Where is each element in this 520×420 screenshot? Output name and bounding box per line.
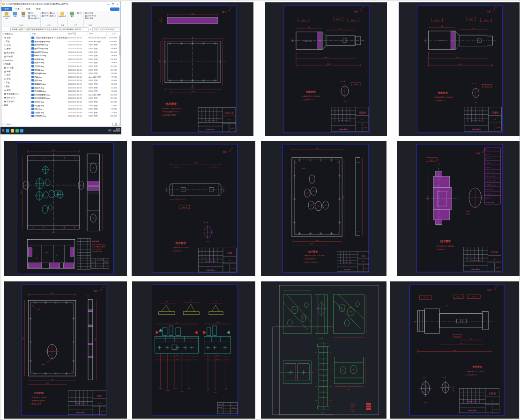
explorer-taskbar-icon[interactable] xyxy=(11,129,14,133)
forward-button[interactable]: → xyxy=(5,28,7,30)
cad-sheet-box-cover[interactable]: 345 6-Φ11 525 300 180 技术要求 1.铸件不得有砂眼、气孔等… xyxy=(261,141,386,276)
select-all-button[interactable]: 全部选择 xyxy=(85,12,96,14)
file-row[interactable]: 放油螺塞.dwg 2023/2/10 13:57 DWG 图形 56 KB xyxy=(31,89,120,93)
system-tray[interactable]: 英 10:352023/2/10 xyxy=(108,129,120,133)
nav-item[interactable]: > 网络 xyxy=(2,103,30,107)
close-button[interactable]: ✕ xyxy=(116,3,119,6)
properties-button[interactable]: 属性 xyxy=(68,12,76,18)
start-button[interactable]: ⊞ xyxy=(2,129,5,133)
file-row[interactable]: 夹具体.dwg 2023/2/10 13:58 DWG 图形 214 KB xyxy=(31,100,120,104)
qq-icon[interactable] xyxy=(20,129,23,133)
nav-item[interactable]: ♪ 音乐 xyxy=(2,85,30,88)
cad-sheet-high-speed-shaft[interactable]: 其余 Ra1.6 Ra3.2 Ra6.3 键14×70 90 118 Φ60 2… xyxy=(399,2,520,136)
list-view-icon[interactable] xyxy=(112,123,116,126)
nav-item[interactable]: ★ 桌面 xyxy=(2,36,30,40)
nav-item[interactable]: ∨ OneDrive xyxy=(2,59,30,62)
nav-item[interactable]: ↓ 下载 xyxy=(2,81,30,85)
file-row[interactable]: 箱盖零件图.dwg 2023/2/10 13:54 DWG 图形 305 KB xyxy=(31,50,120,54)
nav-item[interactable]: ▨ 图片 xyxy=(2,47,30,51)
file-row[interactable]: 低速轴.dwg 2023/2/10 13:54 DWG 图形 142 KB xyxy=(31,58,120,61)
file-row[interactable]: 工序简图.dwg 2023/2/10 14:00 DWG 图形 183 KB xyxy=(31,114,120,118)
cad-sheet-housing[interactable]: 430 360 416 技术要求 1.铸件不得有砂眼、裂纹； 2.合箱后检查剖分… xyxy=(4,141,127,276)
nav-item[interactable]: ★ 桌面 xyxy=(2,88,30,92)
minimize-button[interactable]: — xyxy=(106,3,110,6)
file-row[interactable]: 大齿轮.dwg 2023/2/10 13:55 DWG 图形 187 KB xyxy=(31,65,120,68)
scrollbar[interactable] xyxy=(119,36,120,122)
copy-to-button[interactable]: 复制到 xyxy=(42,15,49,17)
file-row[interactable]: 减速器装配图.dwg 2023/2/10 13:53 AutoCAD 图形 1,… xyxy=(31,40,120,44)
nav-item[interactable]: ∨ 此电脑 xyxy=(2,62,30,66)
refresh-icon[interactable]: ⟳ xyxy=(89,28,91,30)
nav-item[interactable]: ▨ 图片 xyxy=(2,74,30,77)
wechat-icon[interactable] xyxy=(15,129,19,133)
file-row[interactable]: 铣夹具装配图.dwg 2023/2/10 13:58 DWG 图形 587 KB xyxy=(31,96,120,100)
nav-item[interactable]: ▦ 视频 xyxy=(2,70,30,74)
file-row[interactable]: 窥视孔盖.dwg 2023/2/10 13:54 DWG 图形 96 KB xyxy=(31,54,120,58)
file-row[interactable]: 透盖.dwg 2023/2/10 13:56 AutoCAD 图形 79 KB xyxy=(31,75,120,79)
thumb-view-icon[interactable] xyxy=(116,123,119,126)
select-none-button[interactable]: 全部取消选择 xyxy=(85,15,96,17)
tab-file[interactable]: 文件 xyxy=(1,7,12,11)
title-bar[interactable]: 1-分离式减速器箱体加工工艺及夹具设计【含15张CAD图纸+说明书】 — ☐ ✕ xyxy=(1,1,120,7)
file-row[interactable]: 定位销.dwg 2023/2/10 13:59 DWG 图形 72 KB xyxy=(31,103,120,107)
file-row[interactable]: 1-分离式减速器箱体加工工艺及夹具设计说明书 2023/2/10 13:52 M… xyxy=(31,36,120,40)
copy-path-button[interactable]: 复制路径 xyxy=(28,15,39,17)
delete-button[interactable]: 删除 xyxy=(50,12,57,14)
search-input[interactable]: 搜索"1-分离式减速器箱体…" xyxy=(92,27,119,31)
paste-button[interactable]: 粘贴 xyxy=(20,12,27,18)
nav-item[interactable]: ▦ 3D 对象 xyxy=(2,66,30,70)
cut-button[interactable]: 剪切 xyxy=(28,12,39,14)
invert-selection-button[interactable]: 反向选择 xyxy=(85,17,96,19)
cad-sheet-fixture-assembly[interactable]: A—A 156 4 螺栓M10 3 定位键 2 对刀块 1 夹具体 A向 xyxy=(261,281,386,419)
nav-item[interactable]: ▣ 文档 (E:) xyxy=(2,100,30,103)
file-row[interactable]: 高速轴.dwg 2023/2/10 13:55 DWG 图形 138 KB xyxy=(31,61,120,65)
scrollbar-thumb[interactable] xyxy=(119,36,120,55)
column-type[interactable]: 类型 xyxy=(88,32,107,36)
pin-quick-access-button[interactable]: 固定到快速访问 xyxy=(3,12,10,19)
cad-sheet-fixture[interactable]: 40 35 30 210 180 210 120 100 120 支承板 定位销… xyxy=(132,281,255,419)
cad-sheet-low-speed-shaft[interactable]: 其余 Ra1.6 Ra3.2 Ra6.3 键12×56 82 110 Φ55 1… xyxy=(265,2,387,136)
back-button[interactable]: ← xyxy=(2,28,4,30)
clock[interactable]: 10:352023/2/10 xyxy=(113,129,120,133)
cad-sheet-gear-shaft[interactable]: 其余 Ra1.6 Ra3.2 Ra6.3 M24 45 键6×22 65 120… xyxy=(390,281,519,419)
file-row[interactable]: 箱体零件图.dwg 2023/2/10 13:53 DWG 图形 486 KB xyxy=(31,43,120,47)
column-name[interactable]: 名称 xyxy=(31,32,67,36)
file-row[interactable]: 支承板.dwg 2023/2/10 13:59 DWG 图形 75 KB xyxy=(31,111,120,114)
column-size[interactable]: 大小 xyxy=(107,32,117,36)
nav-item[interactable]: ▤ 文档 xyxy=(2,44,30,47)
paste-shortcut-button[interactable]: 粘贴快捷方式 xyxy=(28,17,39,19)
maximize-button[interactable]: ☐ xyxy=(111,3,115,6)
copy-button[interactable]: 复制 xyxy=(11,12,19,18)
file-row[interactable]: 套筒.dwg 2023/2/10 13:56 DWG 图形 64 KB xyxy=(31,79,120,82)
tab-view[interactable]: 查看 xyxy=(33,7,44,11)
cad-sheet-side-plate[interactable]: 其余 330 4-Φ9 Φ40 560 300 150 Ra6.3 560 技术… xyxy=(4,281,127,419)
blue-badge[interactable] xyxy=(110,7,119,11)
nav-item[interactable]: ▣ 本地磁盘 (C:) xyxy=(2,92,30,96)
cad-sheet-cover-plate[interactable]: 其余 360 12 240 320 200 技术要求 1.锐边倒钝，去除毛刺飞边… xyxy=(132,2,253,136)
cad-sheet-pin-shaft[interactable]: 其余 175 20 26 45 键8×40 Φ30k6 Φ30k6 A—A Φ3… xyxy=(132,141,255,276)
nav-item[interactable]: ▤ 文档 xyxy=(2,77,30,81)
nav-item[interactable]: ▦ 夹具图纸 xyxy=(2,51,30,55)
nav-item[interactable]: ↓ 下载 xyxy=(2,40,30,44)
tab-home[interactable]: 主页 xyxy=(12,7,23,11)
nav-item[interactable]: ▣ 软件 (D:) xyxy=(2,96,30,100)
rename-button[interactable]: 重命名 xyxy=(50,15,57,17)
breadcrumb[interactable]: 此电脑 › 桌面 › 1-分离式减速器箱体加工工艺及夹具设计【含15张CAD图纸… xyxy=(10,27,89,31)
new-folder-button[interactable]: 新建文件夹 xyxy=(59,12,66,18)
up-button[interactable]: ↑ xyxy=(8,28,9,30)
file-row[interactable]: 轴承端盖.dwg 2023/2/10 13:56 DWG 图形 88 KB xyxy=(31,72,120,75)
file-row[interactable]: 压板.dwg 2023/2/10 13:59 DWG 图形 69 KB xyxy=(31,107,120,111)
file-row[interactable]: 钻夹具装配图.dwg 2023/2/10 13:58 AutoCAD 图形 61… xyxy=(31,93,120,97)
nav-item[interactable]: ▦ 说明书 xyxy=(2,55,30,59)
file-row[interactable]: 箱体毛坯图.dwg 2023/2/10 13:53 DWG 图形 298 KB xyxy=(31,47,120,51)
tab-share[interactable]: 共享 xyxy=(23,7,33,11)
ime-indicator[interactable]: 英 xyxy=(108,129,112,132)
move-to-button[interactable]: 移动到 xyxy=(42,12,49,14)
cad-sheet-gear[interactable]: 其余 Ra3.2 24 Φ232 Φ58H7 16JS9 模数 m 2.5 齿数… xyxy=(397,141,520,276)
file-row[interactable]: 油标尺.dwg 2023/2/10 13:57 DWG 图形 61 KB xyxy=(31,86,120,89)
nav-item[interactable]: ∨ 快速访问 xyxy=(2,32,30,36)
open-button[interactable]: 打开 xyxy=(77,12,82,14)
file-row[interactable]: 齿轮轴.dwg 2023/2/10 13:55 DWG 图形 151 KB xyxy=(31,68,120,72)
file-row[interactable]: 调整垫片.dwg 2023/2/10 13:57 DWG 图形 58 KB xyxy=(31,82,120,86)
edge-icon[interactable] xyxy=(6,129,9,133)
